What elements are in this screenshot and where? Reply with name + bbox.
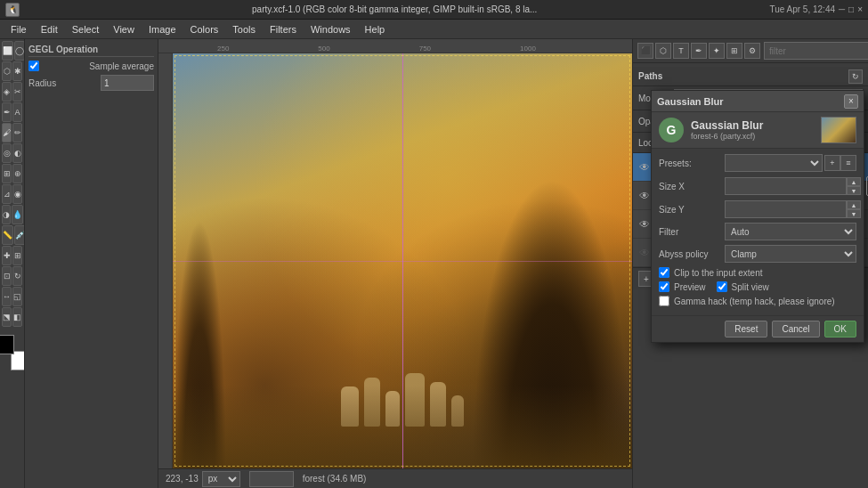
menu-tools[interactable]: Tools xyxy=(225,22,263,37)
filter-search-input[interactable] xyxy=(764,42,868,60)
tool-move[interactable]: ✚ xyxy=(2,246,12,265)
filter-icon-fg[interactable]: ⬛ xyxy=(637,43,653,59)
tool-perspective[interactable]: ◧ xyxy=(12,307,22,327)
abyss-label: Abyss policy xyxy=(659,249,721,259)
title-bar: 🐧 party.xcf-1.0 (RGB color 8-bit gamma i… xyxy=(0,0,868,20)
dialog-close-button[interactable]: × xyxy=(844,94,858,109)
clip-input-checkbox[interactable] xyxy=(659,267,669,278)
size-x-down[interactable]: ▼ xyxy=(847,186,861,195)
menu-help[interactable]: Help xyxy=(358,22,393,37)
tool-measure[interactable]: 📏 xyxy=(2,225,13,245)
filter-bar: ⬛ ⬡ T ✒ ✦ ⊞ ⚙ xyxy=(633,39,868,63)
dialog-plugin-name: Gaussian Blur xyxy=(691,119,814,132)
menu-windows[interactable]: Windows xyxy=(304,22,358,37)
menu-colors[interactable]: Colors xyxy=(183,22,226,37)
tool-airbrush[interactable]: ◎ xyxy=(2,143,12,163)
presets-select[interactable] xyxy=(725,154,823,172)
gaussian-blur-dialog[interactable]: Gaussian Blur × G Gaussian Blur forest-6… xyxy=(651,90,864,343)
size-y-input[interactable]: 14.24 xyxy=(725,200,847,218)
filter-icon-star[interactable]: ✦ xyxy=(709,43,725,59)
window-title: party.xcf-1.0 (RGB color 8-bit gamma int… xyxy=(25,4,764,14)
filter-row: Filter Auto xyxy=(659,223,856,240)
tool-rect-select[interactable]: ⬜ xyxy=(2,41,13,61)
fg-color-swatch[interactable] xyxy=(0,335,14,354)
dialog-plugin-sub: forest-6 (party.xcf) xyxy=(691,132,814,141)
size-y-up[interactable]: ▲ xyxy=(847,200,861,209)
filter-icon-settings[interactable]: ⚙ xyxy=(744,43,760,59)
cancel-button[interactable]: Cancel xyxy=(772,321,819,338)
canvas-statusbar: 223, -13 px mm 66.7% forest (34.6 MB) xyxy=(158,468,632,488)
tool-scale[interactable]: ↔ xyxy=(2,287,12,306)
tool-scissors[interactable]: ✂ xyxy=(12,82,22,102)
filter-icon-pattern[interactable]: ⬡ xyxy=(655,43,671,59)
paths-refresh-btn[interactable]: ↻ xyxy=(848,69,863,84)
color-swatch-area xyxy=(2,331,22,374)
menu-file[interactable]: File xyxy=(4,22,34,37)
unit-select[interactable]: px mm xyxy=(202,471,240,487)
presets-label: Presets: xyxy=(659,159,721,168)
filter-select[interactable]: Auto xyxy=(725,223,856,240)
tool-free-select[interactable]: ⬡ xyxy=(2,61,12,81)
radius-input[interactable]: 1 xyxy=(101,75,154,91)
tool-perspective-clone[interactable]: ⊿ xyxy=(2,184,12,204)
preview-checkbox[interactable] xyxy=(659,281,669,292)
tool-options-panel: GEGL Operation Sample average Radius 1 xyxy=(25,39,158,488)
ruler-left xyxy=(158,53,173,468)
presets-add-btn[interactable]: + xyxy=(824,155,840,171)
abyss-select[interactable]: Clamp xyxy=(725,245,856,263)
tool-options-header: GEGL Operation xyxy=(28,43,154,57)
tool-align[interactable]: ⊞ xyxy=(12,246,22,265)
paths-header: Paths ↻ xyxy=(633,67,868,86)
ruler-mark-1000: 1000 xyxy=(520,45,536,53)
dialog-buttons: Reset Cancel OK xyxy=(652,315,864,342)
size-y-down[interactable]: ▼ xyxy=(847,209,861,218)
filter-icon-more[interactable]: ⊞ xyxy=(726,43,742,59)
menu-filters[interactable]: Filters xyxy=(263,22,304,37)
fg-bg-swatches[interactable] xyxy=(0,335,25,370)
ground xyxy=(173,386,632,468)
zoom-display: 66.7% xyxy=(249,471,294,487)
canvas-area[interactable]: 250 500 750 1000 xyxy=(158,39,632,488)
ok-button[interactable]: OK xyxy=(824,321,856,338)
tool-color-picker[interactable]: 💉 xyxy=(14,225,25,245)
tool-dodge-burn[interactable]: ◑ xyxy=(2,205,11,224)
tool-by-color[interactable]: ◈ xyxy=(2,82,12,102)
zoom-input[interactable]: 66.7% xyxy=(249,471,294,487)
tool-paint[interactable]: 🖌 xyxy=(2,123,12,142)
filter-label: Filter xyxy=(659,227,721,237)
reset-button[interactable]: Reset xyxy=(725,321,767,338)
filter-icon-stroke[interactable]: ✒ xyxy=(691,43,707,59)
gamma-hack-checkbox[interactable] xyxy=(659,296,669,306)
tool-paths[interactable]: ✒ xyxy=(2,102,12,122)
tool-rotate[interactable]: ↻ xyxy=(12,266,22,286)
canvas-content[interactable] xyxy=(173,53,632,468)
tool-flip[interactable]: ⬔ xyxy=(2,307,12,327)
menu-image[interactable]: Image xyxy=(142,22,183,37)
close-icon[interactable]: × xyxy=(857,4,863,14)
tool-ink[interactable]: ◐ xyxy=(12,143,22,163)
split-view-checkbox[interactable] xyxy=(717,281,727,292)
tool-shear[interactable]: ◱ xyxy=(12,287,22,306)
dialog-body: Presets: + ≡ Size X 14.24 ▲ xyxy=(652,149,864,315)
tool-text[interactable]: A xyxy=(12,102,22,122)
menu-view[interactable]: View xyxy=(106,22,142,37)
tool-blur[interactable]: ◉ xyxy=(12,184,22,204)
maximize-icon[interactable]: □ xyxy=(848,4,854,14)
tool-smudge[interactable]: 💧 xyxy=(12,205,23,224)
dialog-title: Gaussian Blur xyxy=(657,96,724,107)
tool-heal[interactable]: ⊕ xyxy=(12,164,22,183)
title-bar-right: Tue Apr 5, 12:44 ─ □ × xyxy=(769,4,863,14)
minimize-icon[interactable]: ─ xyxy=(839,4,845,14)
tool-clone[interactable]: ⊞ xyxy=(2,164,12,183)
tool-ellipse-select[interactable]: ◯ xyxy=(14,41,25,61)
size-x-up[interactable]: ▲ xyxy=(847,177,861,186)
size-x-input[interactable]: 14.24 xyxy=(725,177,847,195)
tool-pencil[interactable]: ✏ xyxy=(12,123,22,142)
menu-select[interactable]: Select xyxy=(65,22,107,37)
menu-edit[interactable]: Edit xyxy=(34,22,65,37)
tool-fuzzy-select[interactable]: ✱ xyxy=(12,61,22,81)
tool-crop[interactable]: ⊡ xyxy=(2,266,12,286)
sample-average-checkbox[interactable] xyxy=(28,61,39,71)
filter-icon-text[interactable]: T xyxy=(673,43,689,59)
presets-menu-btn[interactable]: ≡ xyxy=(840,155,856,171)
